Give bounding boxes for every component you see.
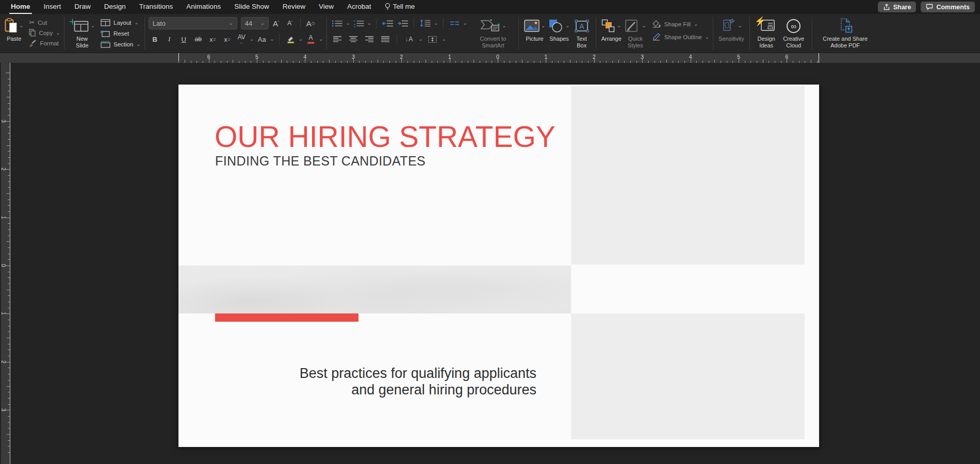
align-text-vertical-button[interactable] [426, 34, 439, 45]
menu-item-label: Transitions [139, 3, 173, 10]
sensitivity-icon [721, 18, 736, 34]
paste-button[interactable]: ⌄ Paste [3, 16, 25, 43]
picture-button[interactable]: ⌄ Picture [522, 16, 547, 43]
decorative-image-band[interactable] [178, 266, 571, 313]
shrink-font-button[interactable]: Aˇ [284, 18, 297, 29]
design-ideas-button[interactable]: ⚡ Design Ideas [754, 16, 779, 49]
menu-item-label: Insert [44, 3, 61, 10]
chevron-down-icon: ⌄ [228, 21, 233, 26]
menu-item-home[interactable]: Home [9, 0, 32, 14]
font-color-button[interactable]: A [304, 34, 317, 45]
numbering-button[interactable] [352, 18, 365, 29]
subscript-button[interactable]: x2 [221, 34, 234, 45]
placeholder-box-top-right[interactable] [571, 86, 805, 264]
menu-item-transitions[interactable]: Transitions [138, 0, 175, 14]
columns-button[interactable] [448, 18, 461, 29]
change-case-button[interactable]: Aa [255, 34, 268, 45]
menu-item-slide-show[interactable]: Slide Show [233, 0, 271, 14]
menu-item-draw[interactable]: Draw [73, 0, 92, 14]
ribbon-divider [326, 17, 327, 49]
ruler-tick [8, 175, 10, 176]
highlight-button[interactable] [284, 34, 297, 45]
chevron-down-icon: ⌄ [367, 21, 371, 26]
bold-button[interactable]: B [149, 34, 161, 45]
slide-editor-canvas[interactable]: OUR HIRING STRATEGY FINDING THE BEST CAN… [0, 63, 980, 464]
align-center-button[interactable] [347, 34, 360, 45]
cut-button[interactable]: ✂ Cut [29, 18, 60, 27]
menu-item-insert[interactable]: Insert [42, 0, 63, 14]
section-button[interactable]: Section ⌄ [101, 39, 141, 49]
justify-button[interactable] [379, 34, 391, 45]
ruler-tick [8, 187, 10, 188]
new-slide-button[interactable]: ⌄ New Slide [68, 16, 96, 49]
menu-item-animations[interactable]: Animations [185, 0, 222, 14]
accent-bar[interactable] [215, 313, 358, 322]
increase-indent-button[interactable] [396, 18, 409, 29]
chevron-down-icon: ⌄ [136, 42, 140, 47]
copy-button[interactable]: Copy ⌄ [29, 28, 60, 38]
slide-title[interactable]: OUR HIRING STRATEGY [215, 120, 556, 154]
quick-styles-button[interactable]: ⌄ Quick Styles [623, 16, 648, 49]
text-box-icon: A [575, 20, 589, 32]
share-icon [883, 4, 890, 10]
shape-outline-button[interactable]: Shape Outline ⌄ [652, 32, 709, 42]
menu-item-review[interactable]: Review [281, 0, 307, 14]
menu-item-design[interactable]: Design [103, 0, 127, 14]
menu-item-tell-me[interactable]: Tell me [383, 0, 417, 14]
arrange-button[interactable]: ⌄ Arrange [600, 16, 623, 43]
text-box-button[interactable]: A Text Box [571, 16, 592, 49]
slide-body-text[interactable]: Best practices for qualifying applicants… [300, 366, 536, 398]
sensitivity-button[interactable]: ⌄ Sensitivity [717, 16, 746, 43]
format-brush-icon [29, 40, 37, 47]
ruler-tick [8, 277, 10, 278]
decrease-indent-button[interactable] [381, 18, 394, 29]
font-family-select[interactable]: Lato ⌄ [149, 17, 237, 29]
ribbon-divider [414, 18, 414, 28]
reset-label: Reset [113, 30, 129, 37]
creative-cloud-button[interactable]: ∞ Creative Cloud [779, 16, 808, 49]
line-spacing-button[interactable] [419, 18, 432, 29]
sensitivity-label: Sensitivity [718, 36, 744, 42]
picture-label: Picture [526, 36, 543, 42]
ruler-number: 1 [1, 216, 7, 219]
menu-item-acrobat[interactable]: Acrobat [346, 0, 373, 14]
font-size-select[interactable]: 44 ⌄ [241, 17, 269, 29]
text-direction-button[interactable]: ↓ A [402, 34, 415, 45]
align-right-button[interactable] [363, 34, 375, 45]
convert-to-smartart-button[interactable]: ⌄ Convert to SmartArt [471, 16, 515, 49]
shapes-button[interactable]: ⌄ Shapes [547, 16, 571, 43]
ruler-tick [6, 73, 10, 73]
ruler-tick [8, 223, 10, 224]
ruler-number: 6 [785, 54, 788, 60]
slide-subtitle[interactable]: FINDING THE BEST CANDIDATES [215, 154, 426, 169]
italic-button[interactable]: I [163, 34, 176, 45]
chevron-down-icon: ⌄ [299, 37, 303, 42]
new-slide-label: New Slide [71, 36, 93, 48]
format-painter-button[interactable]: Format [29, 38, 60, 48]
font-color-swatch [307, 42, 314, 44]
create-adobe-pdf-button[interactable]: Create and Share Adobe PDF [816, 16, 875, 49]
clear-formatting-button[interactable]: A◇ [304, 18, 317, 29]
ruler-tick [8, 332, 10, 332]
grow-font-button[interactable]: Aˆ [270, 18, 283, 29]
underline-button[interactable]: U [177, 34, 190, 45]
align-left-button[interactable] [331, 34, 344, 45]
shape-fill-button[interactable]: Shape Fill ⌄ [652, 19, 709, 29]
vertical-ruler[interactable]: 3210123 [1, 63, 10, 464]
powerpoint-window: Home Insert Draw Design Transitions Anim… [0, 0, 980, 464]
reset-button[interactable]: Reset [101, 28, 141, 38]
arrow-down-icon: ↓ [405, 36, 408, 43]
bullets-button[interactable] [331, 18, 344, 29]
horizontal-ruler[interactable]: 6543210123456 [0, 53, 980, 63]
share-button[interactable]: Share [878, 2, 917, 12]
superscript-button[interactable]: x2 [206, 34, 219, 45]
menu-item-view[interactable]: View [317, 0, 335, 14]
comments-button[interactable]: Comments [921, 2, 975, 12]
ribbon-divider [64, 17, 64, 49]
character-spacing-button[interactable]: AV ↔ [235, 34, 248, 45]
placeholder-box-bottom-right[interactable] [571, 313, 805, 439]
layout-button[interactable]: Layout ⌄ [101, 18, 141, 27]
strikethrough-button[interactable]: ab [192, 34, 205, 45]
slide[interactable]: OUR HIRING STRATEGY FINDING THE BEST CAN… [178, 85, 819, 447]
copy-label: Copy [39, 30, 53, 36]
